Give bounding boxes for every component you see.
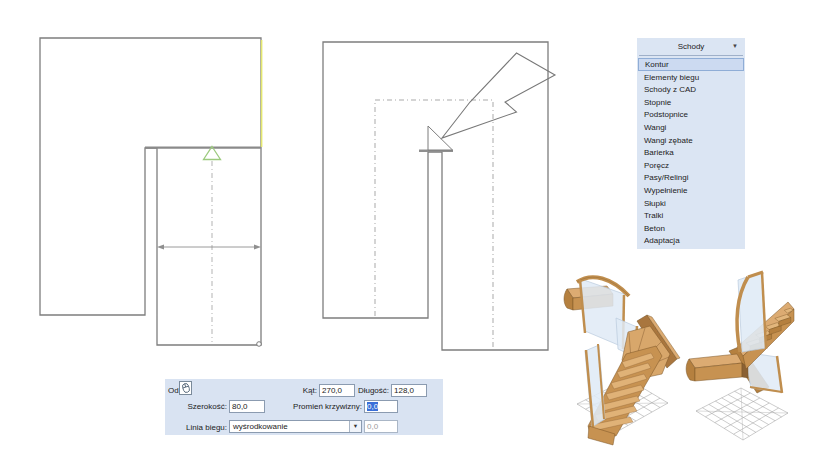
- tool-menu-item[interactable]: Beton: [637, 222, 745, 235]
- tool-menu-item[interactable]: Adaptacja: [637, 234, 745, 247]
- dlugosc-label: Długość:: [351, 386, 389, 396]
- kat-value: 270,0: [322, 386, 342, 395]
- tool-menu-item[interactable]: Tralki: [637, 209, 745, 222]
- tool-menu-item-label: Pasy/Relingi: [644, 173, 688, 182]
- tool-menu-item[interactable]: Elementy biegu: [637, 71, 745, 84]
- tool-menu: Kontur Elementy biegu Schody z CAD Stopn…: [637, 58, 745, 247]
- mouse-icon: [181, 382, 191, 394]
- stair-3d-render-right: [686, 272, 794, 440]
- tool-menu-item-label: Beton: [644, 224, 665, 233]
- szerokosc-field[interactable]: 80,0: [229, 400, 265, 413]
- linia-biegu-value: wyśrodkowanie: [233, 422, 288, 431]
- tool-menu-item[interactable]: Wangi: [637, 121, 745, 134]
- tool-menu-item[interactable]: Słupki: [637, 197, 745, 210]
- tool-menu-item-label: Elementy biegu: [644, 73, 699, 82]
- tool-menu-item[interactable]: Wypełnienie: [637, 184, 745, 197]
- tool-menu-item[interactable]: Schody z CAD: [637, 83, 745, 96]
- tool-menu-item[interactable]: Wangi zębate: [637, 134, 745, 147]
- tool-menu-item[interactable]: Kontur: [638, 58, 744, 71]
- tool-menu-item-label: Barierka: [644, 148, 674, 157]
- dlugosc-value: 128,0: [394, 386, 414, 395]
- tool-menu-item-label: Słupki: [644, 199, 666, 208]
- linia-biegu-combo[interactable]: wyśrodkowanie ▼: [229, 420, 362, 433]
- tool-menu-item[interactable]: Podstopnice: [637, 108, 745, 121]
- linia-biegu-label: Linia biegu:: [167, 423, 227, 433]
- tool-menu-item-label: Adaptacja: [644, 236, 680, 245]
- promien-label: Promień krzywizny:: [275, 402, 362, 412]
- separator: [639, 55, 743, 56]
- tool-menu-item[interactable]: Pasy/Relingi: [637, 171, 745, 184]
- plan-drawing-left[interactable]: [40, 38, 262, 346]
- kat-field[interactable]: 270,0: [319, 384, 355, 397]
- tool-menu-item-label: Tralki: [644, 211, 663, 220]
- tool-menu-item-label: Wypełnienie: [644, 186, 688, 195]
- tool-menu-item-label: Schody z CAD: [644, 85, 696, 94]
- promien-value: 0,0: [367, 402, 378, 411]
- tool-menu-item-label: Kontur: [645, 60, 669, 69]
- stair-3d-render-left: [564, 277, 680, 445]
- tool-menu-item[interactable]: Barierka: [637, 146, 745, 159]
- szerokosc-value: 80,0: [232, 402, 248, 411]
- tool-menu-item-label: Poręcz: [644, 161, 669, 170]
- offset-field[interactable]: 0,0: [364, 420, 398, 433]
- dropdown-arrow-icon[interactable]: ▼: [732, 38, 738, 55]
- tool-menu-item[interactable]: Stopnie: [637, 96, 745, 109]
- floor-grid-right: [696, 388, 788, 440]
- tool-menu-item[interactable]: Poręcz: [637, 159, 745, 172]
- plan-drawing-middle[interactable]: [323, 42, 555, 350]
- stairs-tool-panel: Schody ▼ Kontur Elementy biegu Schody z …: [637, 38, 745, 249]
- tool-menu-item-label: Wangi zębate: [644, 136, 693, 145]
- szerokosc-label: Szerokość:: [175, 402, 227, 412]
- tool-panel-title: Schody: [678, 42, 705, 51]
- stair-parameters-panel: Od: Kąt: 270,0 Długość: 128,0 Szerokość:…: [165, 379, 443, 435]
- dlugosc-field[interactable]: 128,0: [391, 384, 427, 397]
- kat-label: Kąt:: [277, 386, 317, 396]
- corner-handle[interactable]: [257, 342, 262, 347]
- tool-panel-header[interactable]: Schody ▼: [637, 38, 745, 55]
- tool-menu-item-label: Stopnie: [644, 98, 671, 107]
- pick-reference-button[interactable]: [179, 381, 192, 395]
- promien-field[interactable]: 0,0: [364, 400, 398, 413]
- combo-arrow-icon[interactable]: ▼: [349, 421, 361, 432]
- tool-menu-item-label: Podstopnice: [644, 110, 688, 119]
- tool-menu-item-label: Wangi: [644, 123, 666, 132]
- offset-value: 0,0: [367, 422, 378, 431]
